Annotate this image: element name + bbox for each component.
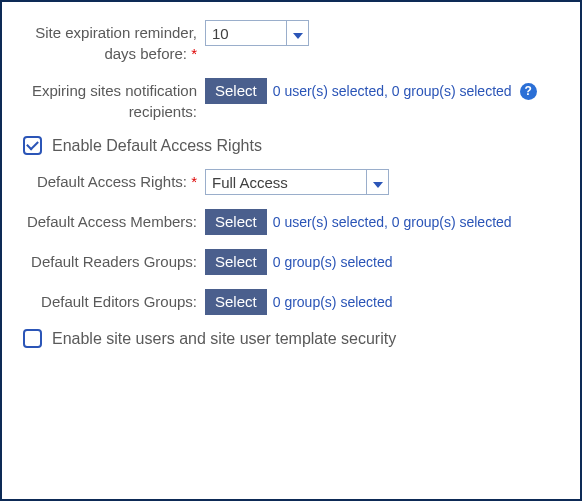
default-access-rights-dropdown-button[interactable] bbox=[366, 170, 388, 194]
enable-site-users-security-checkbox[interactable] bbox=[23, 329, 42, 348]
chevron-down-icon bbox=[373, 174, 383, 191]
select-editors-groups-button[interactable]: Select bbox=[205, 289, 267, 315]
label-default-access-members: Default Access Members: bbox=[10, 209, 205, 232]
select-readers-groups-button[interactable]: Select bbox=[205, 249, 267, 275]
required-mark: * bbox=[191, 173, 197, 190]
control-default-access-members: Select 0 user(s) selected, 0 group(s) se… bbox=[205, 209, 566, 235]
site-expiration-input[interactable] bbox=[206, 21, 286, 45]
control-site-expiration bbox=[205, 20, 566, 46]
select-recipients-button[interactable]: Select bbox=[205, 78, 267, 104]
access-members-summary-link[interactable]: 0 user(s) selected, 0 group(s) selected bbox=[273, 214, 512, 230]
label-default-access-rights: Default Access Rights: * bbox=[10, 169, 205, 192]
label-default-readers-groups: Default Readers Groups: bbox=[10, 249, 205, 272]
help-icon[interactable]: ? bbox=[520, 83, 537, 100]
row-default-access-rights: Default Access Rights: * bbox=[10, 169, 566, 195]
enable-default-access-label: Enable Default Access Rights bbox=[52, 137, 262, 155]
row-expiring-recipients: Expiring sites notification recipients: … bbox=[10, 78, 566, 122]
row-default-editors-groups: Default Editors Groups: Select 0 group(s… bbox=[10, 289, 566, 315]
row-default-readers-groups: Default Readers Groups: Select 0 group(s… bbox=[10, 249, 566, 275]
default-access-rights-input[interactable] bbox=[206, 170, 366, 194]
recipients-summary-link[interactable]: 0 user(s) selected, 0 group(s) selected bbox=[273, 83, 512, 99]
row-enable-default-access: Enable Default Access Rights bbox=[23, 136, 566, 155]
label-text: Site expiration reminder, days before: bbox=[35, 24, 197, 62]
enable-default-access-checkbox[interactable] bbox=[23, 136, 42, 155]
control-default-editors-groups: Select 0 group(s) selected bbox=[205, 289, 566, 315]
row-default-access-members: Default Access Members: Select 0 user(s)… bbox=[10, 209, 566, 235]
readers-groups-summary-link[interactable]: 0 group(s) selected bbox=[273, 254, 393, 270]
default-access-rights-combobox[interactable] bbox=[205, 169, 389, 195]
site-expiration-dropdown-button[interactable] bbox=[286, 21, 308, 45]
control-default-readers-groups: Select 0 group(s) selected bbox=[205, 249, 566, 275]
editors-groups-summary-link[interactable]: 0 group(s) selected bbox=[273, 294, 393, 310]
label-text: Default Readers Groups: bbox=[31, 253, 197, 270]
label-text: Default Access Members: bbox=[27, 213, 197, 230]
row-enable-site-users-security: Enable site users and site user template… bbox=[23, 329, 566, 348]
select-access-members-button[interactable]: Select bbox=[205, 209, 267, 235]
label-text: Expiring sites notification recipients: bbox=[32, 82, 197, 120]
control-default-access-rights bbox=[205, 169, 566, 195]
label-site-expiration: Site expiration reminder, days before: * bbox=[10, 20, 205, 64]
row-site-expiration: Site expiration reminder, days before: * bbox=[10, 20, 566, 64]
label-default-editors-groups: Default Editors Groups: bbox=[10, 289, 205, 312]
control-expiring-recipients: Select 0 user(s) selected, 0 group(s) se… bbox=[205, 78, 566, 104]
chevron-down-icon bbox=[293, 25, 303, 42]
label-text: Default Access Rights: bbox=[37, 173, 187, 190]
enable-site-users-security-label: Enable site users and site user template… bbox=[52, 330, 396, 348]
site-expiration-combobox[interactable] bbox=[205, 20, 309, 46]
label-expiring-recipients: Expiring sites notification recipients: bbox=[10, 78, 205, 122]
required-mark: * bbox=[191, 45, 197, 62]
label-text: Default Editors Groups: bbox=[41, 293, 197, 310]
